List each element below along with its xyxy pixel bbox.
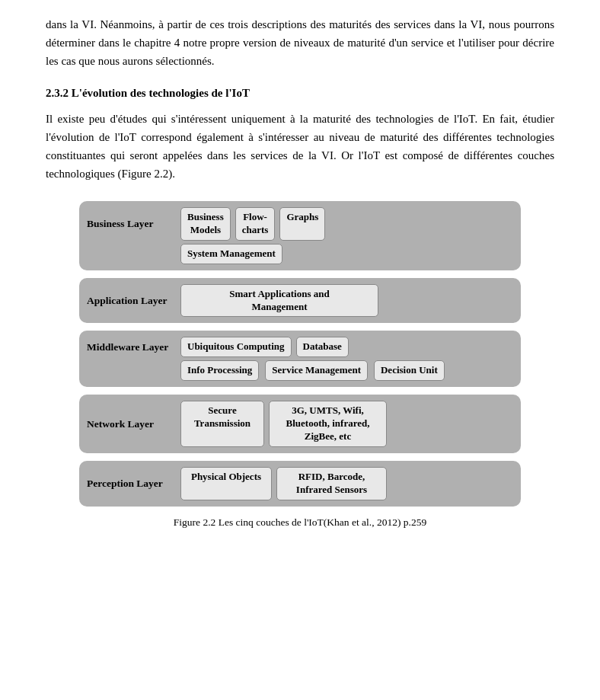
middleware-layer-label: Middleware Layer [87,339,174,356]
secure-transmission-cell: SecureTransmission [180,401,264,447]
database-cell: Database [296,337,349,357]
business-layer-label: Business Layer [87,216,174,232]
network-layer-block: Network Layer SecureTransmission 3G, UMT… [79,395,521,453]
network-cells: SecureTransmission 3G, UMTS, Wifi,Blueto… [180,401,513,447]
network-layer-label: Network Layer [87,416,174,433]
physical-objects-cell: Physical Objects [180,467,272,500]
middleware-top-row: Middleware Layer Ubiquitous Computing Da… [87,337,513,357]
business-layer-block: Business Layer BusinessModels Flow-chart… [79,201,521,270]
business-top-row: Business Layer BusinessModels Flow-chart… [87,207,513,241]
system-management-cell: System Management [180,244,282,264]
application-cells: Smart Applications andManagement [180,284,513,318]
figure-caption: Figure 2.2 Les cinq couches de l'IoT(Kha… [79,514,521,531]
perception-cells: Physical Objects RFID, Barcode,Infrared … [180,467,513,500]
flowcharts-cell: Flow-charts [235,207,276,241]
ubiquitous-computing-cell: Ubiquitous Computing [180,337,292,357]
smart-applications-cell: Smart Applications andManagement [180,284,378,318]
graphs-cell: Graphs [279,207,325,241]
3g-umts-cell: 3G, UMTS, Wifi,Bluetooth, infrared,ZigBe… [269,401,387,447]
paragraph-2: Il existe peu d'études qui s'intéressent… [46,110,554,183]
decision-unit-cell: Decision Unit [374,360,445,381]
business-bottom-row: System Management [87,244,282,264]
figure-container: Business Layer BusinessModels Flow-chart… [79,201,521,530]
application-layer-label: Application Layer [87,292,174,309]
service-management-cell: Service Management [265,360,368,381]
business-models-cell: BusinessModels [180,207,231,241]
business-top-cells: BusinessModels Flow-charts Graphs [180,207,513,241]
info-processing-cell: Info Processing [180,360,259,381]
paragraph-1: dans la VI. Néanmoins, à partir de ces t… [46,15,554,70]
middleware-top-cells: Ubiquitous Computing Database [180,337,513,357]
perception-layer-label: Perception Layer [87,475,174,492]
middleware-bottom-row: Info Processing Service Management Decis… [87,360,445,381]
section-heading: 2.3.2 L'évolution des technologies de l'… [46,84,554,102]
application-layer-block: Application Layer Smart Applications and… [79,278,521,324]
perception-layer-block: Perception Layer Physical Objects RFID, … [79,461,521,507]
rfid-barcode-cell: RFID, Barcode,Infrared Sensors [276,467,387,500]
middleware-layer-block: Middleware Layer Ubiquitous Computing Da… [79,331,521,387]
